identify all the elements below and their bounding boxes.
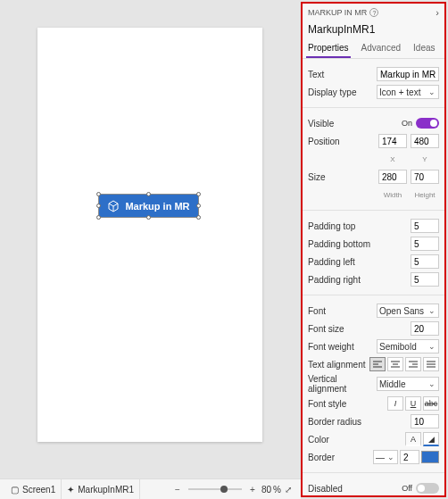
text-input[interactable] xyxy=(377,67,439,81)
vertical-align-label: Vertical alignment xyxy=(308,374,377,394)
font-size-label: Font size xyxy=(308,324,411,334)
resize-handle[interactable] xyxy=(146,215,151,220)
border-radius-input[interactable] xyxy=(411,414,439,428)
properties-panel: MARKUP IN MR ? › MarkupInMR1 Properties … xyxy=(301,2,446,497)
status-bar: ▢ Screen1 ✦ MarkupInMR1 − + 80 % ⤢ xyxy=(0,478,301,499)
text-align-label: Text alignment xyxy=(308,360,369,370)
tab-properties[interactable]: Properties xyxy=(306,39,351,58)
fill-color-button[interactable]: ◢ xyxy=(423,432,439,446)
screen-icon: ▢ xyxy=(11,485,19,495)
font-label: Font xyxy=(308,306,377,316)
canvas-area: Markup in MR xyxy=(0,0,301,478)
padding-left-label: Padding left xyxy=(308,257,411,267)
y-sublabel: Y xyxy=(411,155,439,163)
align-center-button[interactable] xyxy=(387,357,403,371)
align-left-button[interactable] xyxy=(369,357,386,371)
x-sublabel: X xyxy=(378,155,407,163)
vertical-align-select[interactable]: Middle xyxy=(377,377,439,391)
padding-right-input[interactable] xyxy=(411,272,439,287)
zoom-pct: % xyxy=(273,485,281,495)
breadcrumb-control[interactable]: ✦ MarkupInMR1 xyxy=(62,479,140,499)
font-style-label: Font style xyxy=(308,399,387,409)
size-label: Size xyxy=(308,172,378,182)
visible-toggle[interactable] xyxy=(416,118,439,129)
font-size-input[interactable] xyxy=(411,321,439,336)
font-weight-label: Font weight xyxy=(308,342,377,352)
text-color-button[interactable]: A xyxy=(405,432,421,446)
display-type-select[interactable]: Icon + text xyxy=(377,85,439,99)
padding-top-input[interactable] xyxy=(411,219,439,233)
visible-label: Visible xyxy=(308,119,402,129)
zoom-in-button[interactable]: + xyxy=(245,485,260,495)
padding-bottom-input[interactable] xyxy=(411,237,439,251)
screen-artboard[interactable]: Markup in MR xyxy=(37,28,262,442)
help-icon[interactable]: ? xyxy=(369,8,378,17)
position-label: Position xyxy=(308,137,378,146)
text-label: Text xyxy=(308,70,377,79)
resize-handle[interactable] xyxy=(196,215,201,220)
align-right-button[interactable] xyxy=(405,357,421,371)
panel-breadcrumb: MARKUP IN MR xyxy=(308,8,367,17)
underline-button[interactable]: U xyxy=(405,396,421,411)
resize-handle[interactable] xyxy=(96,215,101,220)
resize-handle[interactable] xyxy=(196,192,201,196)
disabled-state: Off xyxy=(402,484,412,493)
width-input[interactable] xyxy=(378,170,407,184)
resize-handle[interactable] xyxy=(196,204,201,208)
resize-handle[interactable] xyxy=(96,204,101,208)
control-name: MarkupInMR1 xyxy=(303,21,444,39)
italic-button[interactable]: I xyxy=(387,396,403,411)
width-sublabel: Width xyxy=(378,191,407,199)
display-type-label: Display type xyxy=(308,87,377,97)
visible-state: On xyxy=(402,119,412,128)
color-label: Color xyxy=(308,435,405,445)
height-sublabel: Height xyxy=(411,191,439,199)
zoom-value: 80 xyxy=(261,485,271,495)
breadcrumb-screen-label: Screen1 xyxy=(22,485,55,495)
tab-ideas[interactable]: Ideas xyxy=(411,39,436,58)
border-label: Border xyxy=(308,453,373,462)
control-label: Markup in MR xyxy=(125,201,189,212)
padding-left-input[interactable] xyxy=(411,254,439,269)
padding-bottom-label: Padding bottom xyxy=(308,239,411,249)
tab-advanced[interactable]: Advanced xyxy=(360,39,402,58)
markup-in-mr-control[interactable]: Markup in MR xyxy=(98,194,199,218)
zoom-out-button[interactable]: − xyxy=(170,485,185,495)
border-style-select[interactable]: — xyxy=(373,450,398,464)
border-color-swatch[interactable] xyxy=(421,451,439,463)
border-radius-label: Border radius xyxy=(308,417,411,427)
breadcrumb-screen[interactable]: ▢ Screen1 xyxy=(5,479,62,499)
resize-handle[interactable] xyxy=(146,192,151,196)
position-x-input[interactable] xyxy=(378,134,407,148)
zoom-slider[interactable] xyxy=(188,488,242,490)
mr-cube-icon xyxy=(107,200,120,212)
align-justify-button[interactable] xyxy=(423,357,439,371)
font-select[interactable]: Open Sans xyxy=(377,304,439,318)
breadcrumb-control-label: MarkupInMR1 xyxy=(78,485,134,495)
font-weight-select[interactable]: Semibold xyxy=(377,339,439,353)
strikethrough-button[interactable]: abc xyxy=(423,396,439,411)
border-width-input[interactable] xyxy=(400,450,419,464)
height-input[interactable] xyxy=(411,170,439,184)
padding-right-label: Padding right xyxy=(308,275,411,285)
position-y-input[interactable] xyxy=(411,134,439,148)
fit-screen-button[interactable]: ⤢ xyxy=(281,485,295,495)
disabled-label: Disabled xyxy=(308,484,402,494)
collapse-panel-button[interactable]: › xyxy=(436,7,439,18)
resize-handle[interactable] xyxy=(96,192,101,196)
disabled-toggle[interactable] xyxy=(416,483,439,494)
padding-top-label: Padding top xyxy=(308,221,411,231)
component-icon: ✦ xyxy=(67,485,74,495)
